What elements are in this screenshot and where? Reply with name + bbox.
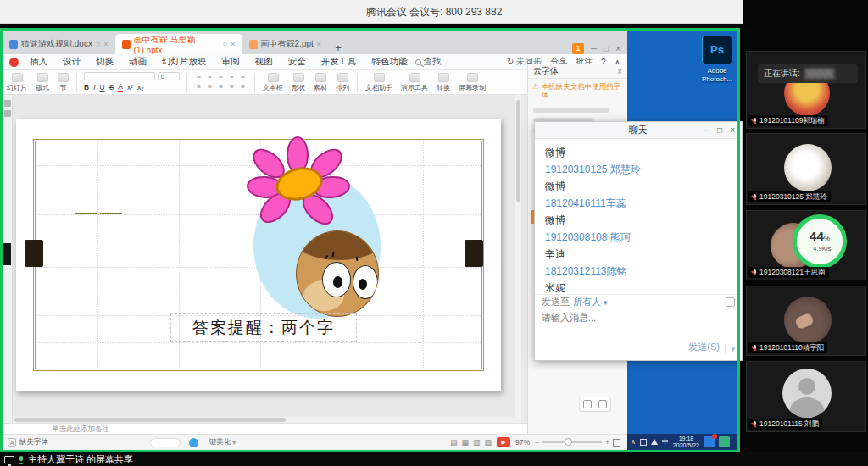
tray-app-icon[interactable] [704,436,715,447]
menu-view[interactable]: 视图 [248,56,281,68]
send-to-selector[interactable]: 所有人 ▾ [573,296,608,308]
screen-record-button[interactable]: 屏幕录制 [454,73,490,92]
columns-button[interactable]: ≡ [238,73,248,81]
vertical-scrollbar[interactable] [515,95,521,417]
tab-close-icon[interactable]: × [103,40,108,48]
underline-button[interactable]: U [100,83,105,92]
missing-font-status[interactable]: 缺失字体 [19,437,48,447]
slide[interactable]: 答案提醒：两个字 [16,119,501,391]
wps-minimize-icon[interactable]: ─ [591,44,597,53]
layout-button[interactable]: 版式 [31,73,53,92]
normal-view-button[interactable]: ▤ [450,438,458,447]
participant-tile[interactable]: 19120310125 郑慧玲 [746,133,866,205]
sandy-character-image[interactable] [296,227,389,322]
align-center-button[interactable]: ≡ [205,73,214,81]
tray-clock[interactable]: 19:18 2020/5/22 [673,435,699,449]
photoshop-icon[interactable]: Ps [702,36,732,64]
chat-titlebar[interactable]: 聊天 ─ □ × [535,122,742,139]
flower-image[interactable] [247,144,352,225]
font-family-input[interactable] [84,72,155,80]
zoom-slider-knob[interactable] [565,438,572,446]
command-search-box[interactable] [150,438,181,447]
participant-tile[interactable]: 19120101110靖宇阳 [746,286,866,356]
zoom-out-button[interactable]: − [535,438,539,447]
justify-button[interactable]: ≡ [227,73,236,81]
fullscreen-icon[interactable] [613,439,620,447]
pane-close-icon[interactable]: × [617,67,622,76]
textbox-button[interactable]: 文本框 [259,73,287,92]
subscript-button[interactable]: x₂ [137,83,144,92]
menu-security[interactable]: 安全 [281,56,314,68]
tab-close-icon[interactable]: × [231,40,235,48]
chat-message-input[interactable] [535,309,742,326]
chat-message-list[interactable]: 微博 19120310125 郑慧玲 微博 18120416111车蕊 微博 1… [535,139,742,294]
participant-tile[interactable]: 44% ↑ 4.9K/s 19120308121王思南 [746,210,866,280]
wps-close-icon[interactable]: × [615,44,620,53]
slideshow-play-button[interactable]: ▶ [497,437,510,447]
text-direction-button[interactable]: ≡ [238,83,248,92]
arrange-button[interactable]: 排列 [331,73,353,92]
send-options-caret[interactable]: ▾ [725,345,735,353]
align-right-button[interactable]: ≡ [216,73,225,81]
menu-insert[interactable]: 插入 [22,56,55,68]
participant-tile[interactable]: 19120101109郭瑞楠 [746,51,866,129]
menu-transition[interactable]: 切换 [88,56,121,68]
assets-button[interactable]: 素材 [309,73,331,92]
sorter-view-button[interactable]: ▦ [462,438,470,447]
tab-document-1[interactable]: 猜谜游戏规则.docx ○ × [3,34,115,54]
doc-assistant-button[interactable]: 文档助手 [361,73,397,92]
chat-close-icon[interactable]: × [730,125,735,135]
numbering-button[interactable]: ≡ [205,83,214,92]
new-slide-button[interactable]: 幻灯片 [3,73,31,92]
slide-canvas[interactable]: 答案提醒：两个字 [13,95,521,447]
menu-slideshow[interactable]: 幻灯片放映 [154,56,214,68]
italic-button[interactable]: I [93,83,95,92]
menu-design[interactable]: 设计 [55,56,88,68]
section-button[interactable]: 节 [53,73,73,92]
chat-maximize-icon[interactable]: □ [717,125,722,135]
horizontal-scrollbar[interactable] [13,417,521,423]
wps-maximize-icon[interactable]: □ [604,44,609,53]
align-left-button[interactable]: ≡ [194,73,203,81]
menu-search[interactable]: 查找 [415,56,442,68]
tab-close-icon[interactable]: × [317,40,321,48]
menu-devtools[interactable]: 开发工具 [314,56,364,68]
superscript-button[interactable]: x² [127,83,133,92]
line-spacing-button[interactable]: ≡ [227,83,236,92]
font-size-input[interactable]: 0 [158,72,180,80]
send-button[interactable]: 发送(S) [688,341,720,353]
tray-app-icon-2[interactable] [719,436,730,447]
notes-view-button[interactable]: ▧ [485,438,492,447]
zoom-level[interactable]: 97% [515,438,530,447]
tab-presentation-2[interactable]: 画中有槑2.ppt × [242,34,329,54]
chat-minimize-icon[interactable]: ─ [704,125,709,135]
bold-button[interactable]: B [84,83,89,92]
convert-button[interactable]: 转换 [432,73,454,92]
menu-special[interactable]: 特色功能 [364,56,415,68]
tray-collapse-icon[interactable]: ∧ [631,438,636,446]
indent-button[interactable]: ≡ [216,83,225,92]
new-tab-button[interactable]: + [328,42,348,54]
menu-animation[interactable]: 动画 [121,56,154,68]
reading-view-button[interactable]: ▥ [473,438,481,447]
zoom-in-button[interactable]: + [605,438,609,447]
message-badge[interactable]: 1 [572,43,584,54]
slides-view-icon[interactable] [4,110,11,117]
answer-hint-textbox[interactable]: 答案提醒：两个字 [170,313,357,342]
font-color-button[interactable]: A [118,82,123,92]
menu-review[interactable]: 审阅 [214,56,248,68]
participant-tile[interactable]: 19120101115 刘鹏 [746,361,866,432]
lock-icon[interactable] [583,400,592,408]
outline-view-icon[interactable] [4,100,11,107]
strikethrough-button[interactable]: S [109,83,114,92]
bullets-button[interactable]: ≡ [194,83,203,92]
docer-skin-icon[interactable] [189,438,198,447]
zoom-slider[interactable] [542,441,602,443]
present-tools-button[interactable]: 演示工具 [397,73,432,92]
ime-indicator[interactable]: 中 [662,437,669,447]
wps-logo-icon[interactable] [9,58,19,67]
tab-presentation-active[interactable]: 画中有槑 马思颖(1).pptx ○ × [115,34,242,54]
shapes-button[interactable]: 形状 [287,73,309,92]
one-key-beautify-button[interactable]: 一键美化 [202,437,231,447]
volume-icon[interactable] [651,439,658,445]
